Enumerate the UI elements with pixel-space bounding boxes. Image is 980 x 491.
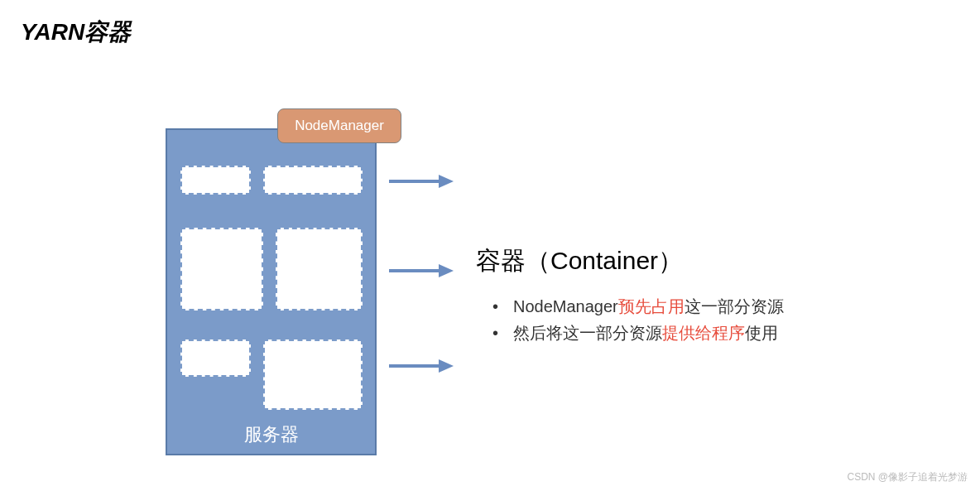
text: NodeManager [513,297,618,315]
container-slot [263,339,363,410]
bullet-list: NodeManager预先占用这一部分资源 然后将这一部分资源提供给程序使用 [476,293,784,346]
arrow-icon [389,261,455,281]
arrow-icon [389,171,455,191]
container-heading: 容器（Container） [476,244,784,278]
list-item: NodeManager预先占用这一部分资源 [492,293,784,320]
container-slot [263,166,363,195]
list-item: 然后将这一部分资源提供给程序使用 [492,320,784,346]
svg-marker-1 [439,175,454,188]
container-slot [180,166,251,195]
server-label: 服务器 [167,422,375,447]
watermark: CSDN @像影子追着光梦游 [847,470,968,484]
container-slot [180,339,251,377]
description-panel: 容器（Container） NodeManager预先占用这一部分资源 然后将这… [476,244,784,346]
arrow-icon [389,356,455,376]
nodemanager-box: NodeManager [277,108,401,143]
container-slot [276,228,363,310]
text: 使用 [745,324,778,342]
svg-marker-3 [439,264,454,277]
page-title: YARN容器 [21,17,131,48]
container-slot [180,228,263,310]
text: 这一部分资源 [685,297,784,315]
svg-marker-5 [439,359,454,373]
highlight-text: 提供给程序 [662,324,745,342]
highlight-text: 预先占用 [618,297,685,315]
text: 然后将这一部分资源 [513,324,662,342]
